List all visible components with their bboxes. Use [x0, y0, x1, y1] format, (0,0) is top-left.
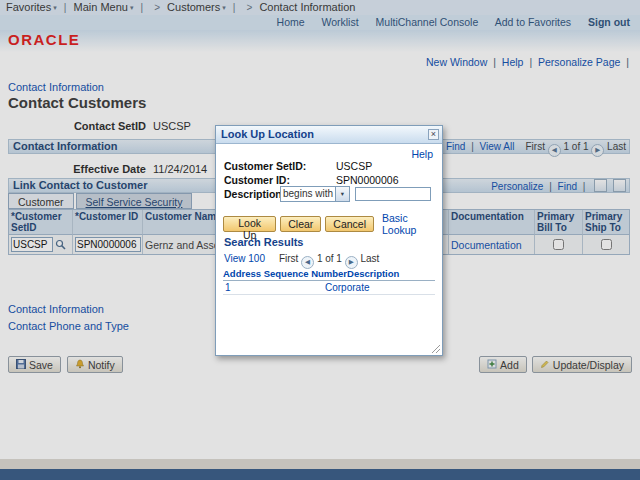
results-pagination: View 100 First ◀ 1 of 1 ▶ Last [224, 253, 379, 269]
basic-lookup-link[interactable]: Basic Lookup [382, 212, 442, 236]
results-position: 1 of 1 [317, 253, 342, 264]
header-description[interactable]: Description [347, 268, 399, 279]
cancel-button[interactable]: Cancel [325, 216, 374, 232]
header-address-sequence-number[interactable]: Address Sequence Number [223, 268, 347, 279]
description-operator-select[interactable]: begins with ▾ [280, 186, 350, 202]
results-table: Address Sequence Number Description 1 Co… [223, 268, 435, 295]
results-last-label: Last [360, 253, 379, 264]
peoplesoft-window: Favorites▾ | Main Menu▾ | > Customers▾ |… [0, 0, 640, 480]
modal-resize-grip[interactable] [430, 343, 440, 353]
modal-close-icon[interactable]: × [428, 129, 439, 140]
clear-button[interactable]: Clear [280, 216, 321, 232]
search-results-title: Search Results [224, 236, 303, 248]
modal-customer-id-value: SPN0000006 [336, 174, 398, 186]
modal-buttons: Look Up Clear Cancel Basic Lookup [223, 212, 442, 236]
look-up-button[interactable]: Look Up [223, 216, 276, 232]
modal-customer-setid-value: USCSP [336, 160, 372, 172]
modal-description-label: Description: [224, 188, 285, 200]
results-header-row: Address Sequence Number Description [223, 268, 435, 281]
results-row: 1 Corporate [223, 281, 435, 295]
description-operator-value: begins with [283, 188, 333, 199]
modal-title-bar: Look Up Location [216, 126, 442, 144]
modal-customer-id-label: Customer ID: [224, 174, 290, 186]
result-description-link[interactable]: Corporate [325, 282, 369, 293]
modal-customer-setid-label: Customer SetID: [224, 160, 306, 172]
modal-title: Look Up Location [221, 128, 314, 140]
select-dropdown-arrow-icon: ▾ [335, 187, 349, 201]
description-search-input[interactable] [355, 187, 431, 201]
results-first-label: First [279, 253, 298, 264]
result-sequence-link[interactable]: 1 [225, 282, 231, 293]
modal-help-link[interactable]: Help [411, 148, 433, 160]
view-100-link[interactable]: View 100 [224, 253, 265, 264]
lookup-location-modal: Look Up Location × Help Customer SetID: … [215, 125, 443, 356]
